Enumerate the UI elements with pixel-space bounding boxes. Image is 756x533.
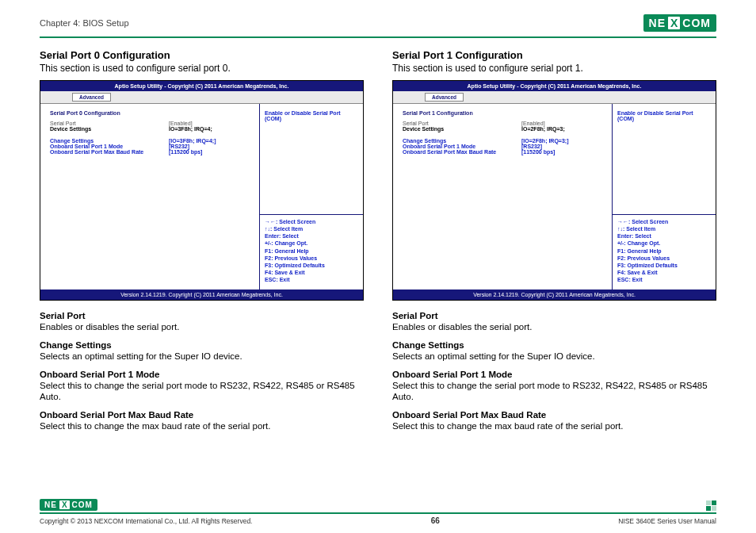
- bios-change-value[interactable]: [IO=2F8h; IRQ=3;]: [521, 138, 605, 144]
- logo-text-mid: X: [668, 17, 680, 29]
- logo-text-mid: X: [59, 500, 70, 509]
- section-sub-left: This section is used to configure serial…: [40, 63, 364, 74]
- bios-nav-hint: F4: Save & Exit: [265, 269, 358, 276]
- bios-tab-advanced[interactable]: Advanced: [425, 93, 464, 102]
- desc-title: Serial Port: [392, 311, 438, 320]
- bios-baud-label[interactable]: Onboard Serial Port Max Baud Rate: [50, 149, 169, 155]
- bios-nav-hint: F4: Save & Exit: [617, 269, 711, 276]
- desc-title: Change Settings: [392, 340, 464, 350]
- desc-title: Onboard Serial Port Max Baud Rate: [392, 410, 546, 420]
- bios-help-divider: [260, 214, 363, 215]
- bios-devset-label: Device Settings: [50, 126, 169, 132]
- bios-nav-hint: F1: General Help: [265, 247, 358, 255]
- bios-panel-right: Aptio Setup Utility - Copyright (C) 2011…: [392, 80, 716, 301]
- bios-titlebar: Aptio Setup Utility - Copyright (C) 2011…: [393, 81, 716, 91]
- bios-change-label[interactable]: Change Settings: [50, 138, 169, 144]
- desc-title: Onboard Serial Port 1 Mode: [40, 370, 159, 379]
- bios-change-value[interactable]: [IO=3F8h; IRQ=4;]: [169, 138, 253, 144]
- bios-change-label[interactable]: Change Settings: [403, 138, 521, 144]
- desc-body: Select this to change the serial port mo…: [40, 381, 355, 401]
- bios-baud-label[interactable]: Onboard Serial Port Max Baud Rate: [403, 149, 521, 155]
- bios-nav-hint: →←: Select Screen: [265, 218, 358, 225]
- bios-mode-label[interactable]: Onboard Serial Port 1 Mode: [50, 144, 169, 149]
- bios-tab-advanced[interactable]: Advanced: [72, 93, 111, 102]
- bios-mode-label[interactable]: Onboard Serial Port 1 Mode: [403, 144, 521, 149]
- logo-text-right: COM: [71, 500, 94, 509]
- logo-text-left: NE: [43, 500, 59, 509]
- bios-nav-hint: +/-: Change Opt.: [265, 240, 358, 247]
- bios-nav-hint: Enter: Select: [617, 232, 711, 240]
- chapter-label: Chapter 4: BIOS Setup: [40, 18, 129, 28]
- desc-body: Select this to change the serial port mo…: [392, 381, 708, 401]
- bios-tabrow: Advanced: [40, 91, 363, 104]
- bios-devset-value: IO=2F8h; IRQ=3;: [521, 126, 605, 132]
- bios-devset-label: Device Settings: [403, 126, 521, 132]
- bios-cfg-head: Serial Port 1 Configuration: [403, 110, 605, 116]
- bios-nav-hint: +/-: Change Opt.: [617, 240, 711, 247]
- bios-nav-hint: F2: Previous Values: [265, 255, 358, 262]
- desc-title: Serial Port: [40, 311, 86, 320]
- bios-nav-hint: ESC: Exit: [265, 276, 358, 283]
- bios-nav-hint: F2: Previous Values: [617, 255, 711, 262]
- bios-help-divider: [613, 214, 716, 215]
- desc-body: Selects an optimal setting for the Super…: [40, 351, 242, 361]
- bios-nav-hint: F1: General Help: [617, 247, 711, 255]
- bios-serialport-label[interactable]: Serial Port: [50, 121, 169, 126]
- bios-titlebar: Aptio Setup Utility - Copyright (C) 2011…: [40, 81, 363, 91]
- nexcom-logo: NE X COM: [643, 14, 716, 32]
- bios-mode-value[interactable]: [RS232]: [521, 144, 605, 149]
- copyright-text: Copyright © 2013 NEXCOM International Co…: [40, 517, 252, 525]
- desc-body: Selects an optimal setting for the Super…: [392, 351, 595, 361]
- bios-serialport-value[interactable]: [Enabled]: [521, 121, 605, 126]
- bios-serialport-label[interactable]: Serial Port: [403, 121, 521, 126]
- bios-mode-value[interactable]: [RS232]: [169, 144, 253, 149]
- bios-baud-value[interactable]: [115200 bps]: [521, 149, 605, 155]
- bios-version-footer: Version 2.14.1219. Copyright (C) 2011 Am…: [40, 290, 363, 300]
- logo-text-left: NE: [647, 17, 667, 29]
- header-divider: [40, 36, 716, 38]
- bios-nav-hint: ↑↓: Select Item: [265, 225, 358, 232]
- bios-version-footer: Version 2.14.1219. Copyright (C) 2011 Am…: [393, 290, 716, 300]
- desc-title: Onboard Serial Port Max Baud Rate: [40, 410, 193, 420]
- desc-title: Onboard Serial Port 1 Mode: [392, 370, 512, 379]
- bios-help-text: Enable or Disable Serial Port (COM): [265, 110, 358, 121]
- bios-cfg-head: Serial Port 0 Configuration: [50, 110, 253, 116]
- page-number: 66: [431, 516, 440, 525]
- nexcom-logo-footer: NE X COM: [40, 499, 97, 511]
- bios-devset-value: IO=3F8h; IRQ=4;: [169, 126, 253, 132]
- bios-nav-hint: F3: Optimized Defaults: [617, 262, 711, 269]
- logo-text-right: COM: [681, 17, 712, 29]
- desc-body: Enables or disables the serial port.: [392, 322, 532, 332]
- bios-serialport-value[interactable]: [Enabled]: [169, 121, 253, 126]
- section-sub-right: This section is used to configure serial…: [392, 63, 716, 74]
- bios-nav-hint: Enter: Select: [265, 232, 358, 240]
- bios-nav-hint: ↑↓: Select Item: [617, 225, 711, 232]
- decorative-squares-icon: [706, 500, 716, 511]
- section-title-left: Serial Port 0 Configuration: [40, 49, 364, 61]
- desc-title: Change Settings: [40, 340, 112, 350]
- bios-baud-value[interactable]: [115200 bps]: [169, 149, 253, 155]
- footer-divider: [40, 512, 716, 514]
- desc-body: Select this to change the max baud rate …: [40, 421, 271, 431]
- bios-nav-hint: F3: Optimized Defaults: [265, 262, 358, 269]
- bios-panel-left: Aptio Setup Utility - Copyright (C) 2011…: [40, 80, 364, 301]
- manual-name: NISE 3640E Series User Manual: [618, 517, 716, 525]
- bios-nav-hint: →←: Select Screen: [617, 218, 711, 225]
- desc-body: Select this to change the max baud rate …: [392, 421, 624, 431]
- bios-tabrow: Advanced: [393, 91, 716, 104]
- desc-body: Enables or disables the serial port.: [40, 322, 179, 332]
- bios-help-text: Enable or Disable Serial Port (COM): [617, 110, 711, 121]
- section-title-right: Serial Port 1 Configuration: [392, 49, 716, 61]
- bios-nav-hint: ESC: Exit: [617, 276, 711, 283]
